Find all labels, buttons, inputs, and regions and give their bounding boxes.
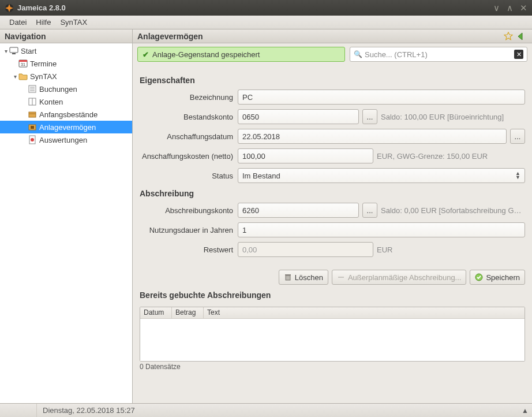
statusbar-spacer bbox=[0, 404, 37, 417]
abschreibungen-table[interactable]: Datum Betrag Text bbox=[140, 307, 525, 362]
minimize-button[interactable]: ∨ bbox=[493, 3, 500, 13]
main-panel: Anlagevermögen ✔ Anlage-Gegenstand gespe… bbox=[133, 29, 532, 403]
tree-label: SynTAX bbox=[30, 72, 57, 81]
tree-label: Anfangsbestände bbox=[39, 110, 98, 119]
check-icon: ✔ bbox=[143, 50, 149, 59]
menubar: Datei Hilfe SynTAX bbox=[0, 16, 532, 29]
clear-search-button[interactable]: ✕ bbox=[514, 50, 523, 59]
report-icon bbox=[28, 135, 37, 144]
ledger-icon bbox=[28, 84, 37, 94]
tree-item-termine[interactable]: 31 Termine bbox=[0, 57, 132, 70]
input-bezeichnung[interactable] bbox=[238, 90, 525, 105]
label-abschreibungskonto: Abschreibungskonto bbox=[140, 206, 238, 215]
bookmark-button[interactable] bbox=[502, 31, 515, 42]
label-restwert: Restwert bbox=[140, 245, 238, 254]
asset-icon bbox=[28, 122, 37, 132]
svg-rect-2 bbox=[12, 53, 16, 54]
svg-point-17 bbox=[31, 138, 34, 142]
col-text[interactable]: Text bbox=[204, 307, 524, 318]
sidebar-title: Navigation bbox=[0, 29, 132, 43]
chevron-updown-icon: ▲▼ bbox=[515, 172, 520, 180]
section-eigenschaften: Eigenschaften bbox=[140, 76, 525, 85]
app-icon bbox=[5, 3, 14, 13]
maximize-button[interactable]: ∧ bbox=[507, 3, 513, 13]
select-status[interactable]: Im Bestand ▲▼ bbox=[238, 168, 525, 183]
calendar-icon: 31 bbox=[18, 59, 28, 68]
extra-writeoff-button[interactable]: Außerplanmäßige Abschreibung... bbox=[332, 270, 467, 285]
svg-rect-15 bbox=[31, 126, 34, 129]
tree-label: Anlagevermögen bbox=[39, 123, 96, 132]
lookup-abschreibungskonto-button[interactable]: ... bbox=[362, 203, 377, 218]
success-message: ✔ Anlage-Gegenstand gespeichert bbox=[137, 47, 345, 62]
svg-rect-18 bbox=[286, 275, 290, 280]
label-bestandskonto: Bestandskonto bbox=[140, 113, 238, 121]
search-placeholder: Suche... (CTRL+1) bbox=[365, 50, 514, 59]
input-restwert bbox=[238, 242, 373, 257]
close-button[interactable]: ✕ bbox=[520, 3, 527, 13]
statusbar-collapse-button[interactable]: ▲ bbox=[518, 407, 532, 415]
tree-item-buchungen[interactable]: Buchungen bbox=[0, 83, 132, 95]
section-bereits-gebucht: Bereits gebuchte Abschreibungen bbox=[140, 291, 525, 300]
statusbar: Dienstag, 22.05.2018 15:27 ▲ bbox=[0, 403, 532, 417]
section-abschreibung: Abschreibung bbox=[140, 189, 525, 198]
search-icon: 🔍 bbox=[354, 50, 362, 58]
sidebar: Navigation ▾ Start 31 Termine ▾ SynTAX B… bbox=[0, 29, 133, 403]
label-nutzungsdauer: Nutzungsdauer in Jahren bbox=[140, 226, 238, 234]
box-icon bbox=[28, 110, 37, 119]
delete-button-label: Löschen bbox=[295, 273, 323, 282]
menu-syntax[interactable]: SynTAX bbox=[55, 17, 92, 28]
hint-abschreibungskonto: Saldo: 0,00 EUR [Sofortabschreibung GWG bbox=[381, 206, 525, 215]
tree-label: Start bbox=[21, 47, 36, 55]
tree-item-anlagevermoegen[interactable]: Anlagevermögen bbox=[0, 121, 132, 133]
label-bezeichnung: Bezeichnung bbox=[140, 93, 238, 102]
input-anschaffungskosten[interactable] bbox=[238, 148, 373, 163]
label-anschaffungskosten: Anschaffungskosten (netto) bbox=[140, 152, 238, 161]
lookup-bestandskonto-button[interactable]: ... bbox=[362, 109, 377, 124]
table-footer: 0 Datensätze bbox=[133, 362, 532, 372]
input-abschreibungskonto[interactable] bbox=[238, 203, 359, 218]
delete-button[interactable]: Löschen bbox=[279, 270, 328, 285]
menu-datei[interactable]: Datei bbox=[5, 17, 31, 28]
input-anschaffungsdatum[interactable] bbox=[238, 129, 507, 144]
hint-anschaffungskosten: EUR, GWG-Grenze: 150,00 EUR bbox=[377, 152, 488, 161]
svg-rect-4 bbox=[19, 60, 27, 62]
hint-restwert: EUR bbox=[377, 245, 392, 254]
minus-icon bbox=[337, 273, 345, 281]
back-button[interactable] bbox=[515, 31, 527, 42]
accounts-icon bbox=[28, 97, 37, 106]
col-betrag[interactable]: Betrag bbox=[172, 307, 204, 318]
tree-item-syntax[interactable]: ▾ SynTAX bbox=[0, 70, 132, 83]
page-title: Anlagevermögen bbox=[137, 32, 502, 41]
titlebar: Jameica 2.8.0 ∨ ∧ ✕ bbox=[0, 0, 532, 16]
tree-label: Konten bbox=[39, 98, 63, 106]
svg-rect-19 bbox=[285, 274, 291, 275]
save-icon bbox=[475, 273, 483, 281]
input-bestandskonto[interactable] bbox=[238, 109, 359, 124]
hint-bestandskonto: Saldo: 100,00 EUR [Büroeinrichtung] bbox=[381, 113, 504, 121]
search-input[interactable]: 🔍 Suche... (CTRL+1) ✕ bbox=[350, 47, 527, 62]
statusbar-date: Dienstag, 22.05.2018 15:27 bbox=[37, 406, 518, 415]
col-datum[interactable]: Datum bbox=[140, 307, 172, 318]
input-nutzungsdauer[interactable] bbox=[238, 222, 525, 237]
tree-label: Termine bbox=[30, 59, 57, 68]
svg-rect-20 bbox=[338, 277, 344, 278]
svg-text:31: 31 bbox=[21, 62, 25, 66]
tree-label: Auswertungen bbox=[39, 136, 87, 144]
datepicker-button[interactable]: ... bbox=[510, 129, 525, 144]
svg-rect-12 bbox=[29, 112, 36, 117]
tree-item-anfangsbestaende[interactable]: Anfangsbestände bbox=[0, 108, 132, 121]
nav-tree: ▾ Start 31 Termine ▾ SynTAX Buchungen bbox=[0, 43, 132, 403]
menu-hilfe[interactable]: Hilfe bbox=[31, 17, 55, 28]
trash-icon bbox=[284, 273, 292, 281]
tree-item-start[interactable]: ▾ Start bbox=[0, 44, 132, 57]
success-text: Anlage-Gegenstand gespeichert bbox=[152, 50, 260, 59]
save-button[interactable]: Speichern bbox=[470, 270, 525, 285]
window-title: Jameica 2.8.0 bbox=[17, 3, 493, 12]
tree-item-konten[interactable]: Konten bbox=[0, 95, 132, 108]
select-status-value: Im Bestand bbox=[242, 172, 280, 180]
label-anschaffungsdatum: Anschaffungsdatum bbox=[140, 132, 238, 141]
tree-item-auswertungen[interactable]: Auswertungen bbox=[0, 133, 132, 146]
label-status: Status bbox=[140, 172, 238, 180]
tree-label: Buchungen bbox=[39, 85, 77, 94]
extra-writeoff-label: Außerplanmäßige Abschreibung... bbox=[348, 273, 462, 282]
